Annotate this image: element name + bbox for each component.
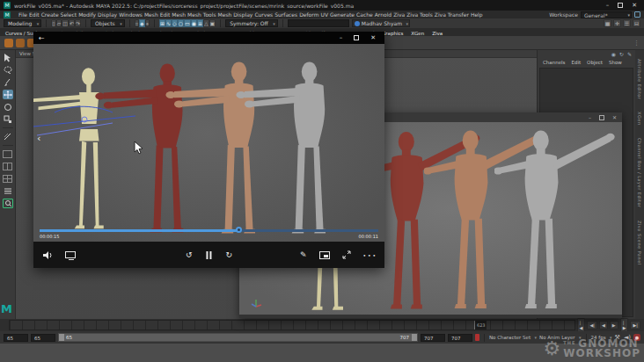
quick-field[interactable]: [288, 19, 349, 27]
seek-handle[interactable]: [236, 227, 242, 233]
character-set-select[interactable]: No Character Set: [489, 335, 537, 340]
sidebar-tab[interactable]: XGen: [637, 112, 642, 126]
video-player-window[interactable]: ← – ✕: [33, 32, 384, 268]
select-component-icon[interactable]: ⌖: [145, 19, 150, 27]
menu-item[interactable]: Ziva Tools: [406, 11, 434, 18]
sidebar-tab[interactable]: Ziva Scene Panel: [637, 221, 642, 265]
menu-item[interactable]: Generate: [329, 11, 355, 18]
transport-button[interactable]: ▶: [610, 321, 618, 329]
transport-button[interactable]: |◀: [577, 318, 586, 332]
last-tool-icon[interactable]: [3, 132, 13, 141]
menu-item[interactable]: UV: [320, 11, 330, 18]
workspace-lock-icon[interactable]: [634, 11, 640, 18]
layout-single-pane[interactable]: [3, 149, 13, 159]
previous-media-button[interactable]: ‹: [37, 133, 40, 144]
toolbox-layout-icon[interactable]: ⊟: [633, 19, 640, 27]
range-slider[interactable]: 65 707: [58, 333, 418, 342]
menu-item[interactable]: Ziva Transfer: [434, 11, 470, 18]
back-icon[interactable]: ←: [39, 34, 45, 42]
transport-button[interactable]: ▶|: [630, 321, 640, 329]
menu-item[interactable]: File: [18, 11, 28, 18]
menu-item[interactable]: Mesh: [143, 11, 159, 18]
anim-start-field[interactable]: 65: [4, 334, 28, 342]
zoom-tool[interactable]: [3, 199, 13, 208]
highlight-selection-icon[interactable]: ▣: [209, 19, 216, 27]
select-tool[interactable]: [3, 53, 13, 62]
menu-item[interactable]: Arnold: [374, 11, 392, 18]
make-live-icon[interactable]: ◉: [191, 19, 197, 27]
poly-sphere-wire-icon[interactable]: [16, 39, 25, 47]
outliner-toggle[interactable]: [3, 186, 13, 196]
select-object-icon[interactable]: ◈: [139, 19, 145, 27]
transport-button[interactable]: ◀|: [587, 321, 597, 329]
menu-item[interactable]: Create: [40, 11, 60, 18]
menu-item[interactable]: Curves: [253, 11, 274, 18]
close-button[interactable]: ✕: [370, 34, 376, 41]
video-content[interactable]: ‹: [33, 44, 384, 242]
anim-layer-select[interactable]: No Anim Layer: [539, 335, 581, 340]
window-titlebar[interactable]: M workFile_v005.ma* - Autodesk MAYA 2022…: [0, 0, 644, 11]
minimize-button[interactable]: –: [589, 114, 591, 120]
menu-item[interactable]: Modify: [77, 11, 97, 18]
sidebar-tab[interactable]: Attribute Editor: [637, 59, 642, 99]
set-key-icon[interactable]: [475, 334, 479, 341]
paint-select-tool[interactable]: [3, 77, 13, 87]
menu-item[interactable]: Edit Mesh: [159, 11, 187, 18]
maximize-button[interactable]: [599, 115, 604, 120]
ipr-icon[interactable]: ✛: [613, 19, 621, 27]
rotate-tool[interactable]: [3, 102, 13, 112]
layout-two-pane[interactable]: [3, 162, 13, 171]
record-icon[interactable]: ●: [633, 334, 640, 341]
menu-item[interactable]: Help: [470, 11, 484, 18]
range-handle-left[interactable]: [59, 334, 64, 341]
move-tool[interactable]: [3, 90, 13, 99]
minimize-button[interactable]: –: [606, 2, 610, 9]
menu-item[interactable]: Ziva: [392, 11, 406, 18]
player-titlebar[interactable]: ← – ✕: [33, 32, 384, 44]
menu-item[interactable]: Mesh Display: [217, 11, 254, 18]
input-connections-icon[interactable]: ≡: [197, 19, 203, 27]
shelf-overflow-icon[interactable]: ⋮: [633, 40, 640, 47]
menu-item[interactable]: Mesh Tools: [187, 11, 216, 18]
lock-selection-icon[interactable]: △: [203, 19, 209, 27]
seek-track[interactable]: [40, 229, 378, 232]
menu-item[interactable]: Edit: [28, 11, 40, 18]
workspace-select[interactable]: General*: [581, 11, 632, 18]
transport-button[interactable]: |▶: [620, 318, 629, 332]
new-scene-icon[interactable]: ▯: [51, 19, 55, 27]
snap-point-icon[interactable]: ◇: [172, 19, 178, 27]
redo-icon[interactable]: ↷: [75, 19, 81, 27]
channel-box-menu[interactable]: Show: [609, 60, 622, 67]
close-button[interactable]: ✕: [612, 114, 617, 120]
symmetry-select[interactable]: Symmetry: Off: [225, 19, 277, 27]
user-profile-icon[interactable]: ◉: [611, 51, 616, 58]
auto-keyframe-icon[interactable]: ⚒: [615, 334, 620, 341]
transport-button[interactable]: ◀: [599, 321, 608, 329]
fps-select[interactable]: 24 fps: [591, 335, 612, 340]
snap-view-plane-icon[interactable]: ▭: [184, 19, 191, 27]
seek-bar[interactable]: 00:00:15 00:00:11: [33, 227, 384, 242]
edit-pencil-icon[interactable]: ✎: [627, 51, 632, 58]
lasso-tool[interactable]: [3, 65, 13, 75]
edit-button[interactable]: ✎: [300, 250, 307, 259]
time-slider[interactable]: 623 |◀◀|◀▶|▶▶|: [0, 319, 644, 331]
sound-icon[interactable]: ◄): [624, 334, 631, 341]
playback-start-field[interactable]: 65: [31, 334, 55, 342]
skip-forward-button[interactable]: ↻: [226, 250, 233, 259]
timeline-ticks[interactable]: 623: [9, 320, 575, 330]
minimize-button[interactable]: –: [340, 34, 343, 41]
menu-item[interactable]: Deform: [298, 11, 319, 18]
render-icon[interactable]: ▦: [604, 19, 611, 27]
scale-tool[interactable]: [3, 114, 13, 124]
render-settings-icon[interactable]: ☰: [623, 19, 631, 27]
menu-item[interactable]: Windows: [118, 11, 143, 18]
snap-projected-center-icon[interactable]: ○: [178, 19, 184, 27]
menu-item[interactable]: Cache: [355, 11, 374, 18]
skip-back-button[interactable]: ↺: [186, 250, 193, 259]
layout-four-pane[interactable]: [3, 174, 13, 184]
menu-set-select[interactable]: Modeling: [4, 19, 41, 27]
sidebar-tab[interactable]: Channel Box / Layer Editor: [637, 138, 642, 208]
save-scene-icon[interactable]: ◫: [62, 19, 69, 27]
menu-item[interactable]: Display: [97, 11, 118, 18]
playback-end-field[interactable]: 707: [421, 334, 445, 342]
